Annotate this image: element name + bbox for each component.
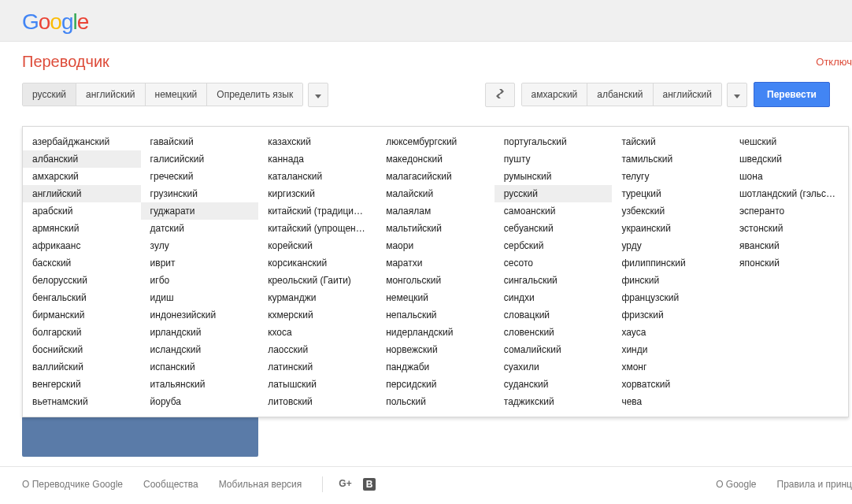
source-lang-tabs: русский английский немецкий Определить я… [22, 83, 303, 106]
toolbar: русский английский немецкий Определить я… [0, 82, 852, 115]
app-title: Переводчик [22, 53, 109, 71]
translate-button[interactable]: Перевести [754, 82, 830, 107]
swap-icon [494, 89, 506, 98]
swap-languages-button[interactable] [485, 83, 515, 107]
source-tab-detect[interactable]: Определить язык [207, 83, 302, 106]
target-tab-amharic[interactable]: амхарский [522, 83, 588, 106]
source-tab-russian[interactable]: русский [23, 83, 76, 106]
source-tab-german[interactable]: немецкий [146, 83, 208, 106]
disable-link[interactable]: Отключ [816, 56, 852, 68]
target-lang-dropdown-toggle[interactable] [727, 83, 747, 107]
source-tab-english[interactable]: английский [76, 83, 145, 106]
title-row: Переводчик Отключ [0, 42, 852, 82]
target-tab-english[interactable]: английский [654, 83, 721, 106]
target-tab-albanian[interactable]: албанский [587, 83, 653, 106]
chevron-down-icon [315, 94, 321, 98]
google-logo[interactable]: Google [22, 9, 852, 35]
source-lang-dropdown-toggle[interactable] [308, 83, 328, 107]
header: Google [0, 0, 852, 42]
target-lang-tabs: амхарский албанский английский [521, 83, 723, 106]
chevron-down-icon [734, 94, 740, 98]
